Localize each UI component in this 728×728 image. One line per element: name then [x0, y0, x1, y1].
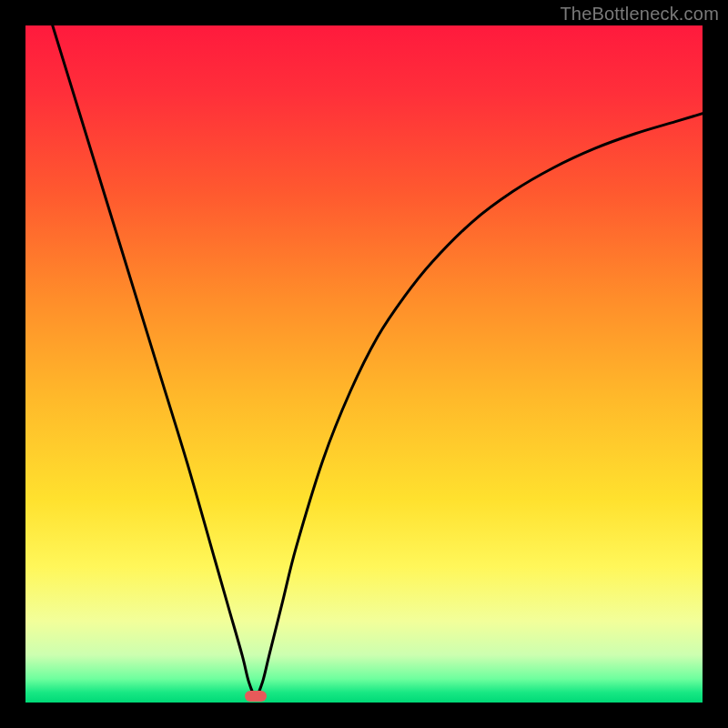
watermark-text: TheBottleneck.com — [560, 4, 719, 25]
chart-frame — [25, 25, 703, 703]
minimum-marker — [245, 691, 267, 702]
plot-area — [25, 25, 703, 703]
